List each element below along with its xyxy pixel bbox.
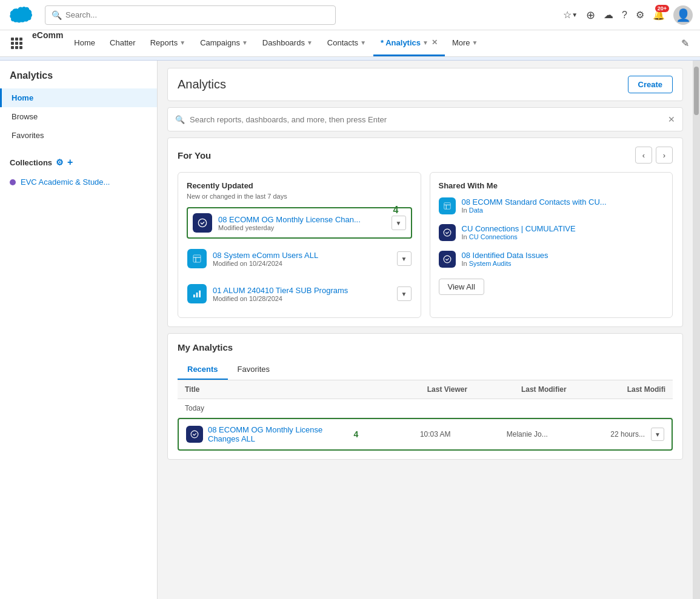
shared-item-name-3[interactable]: 08 Identified Data Issues xyxy=(462,251,548,260)
scroll-thumb[interactable] xyxy=(694,67,699,115)
search-reports-input[interactable] xyxy=(190,115,663,124)
svg-rect-5 xyxy=(196,293,198,297)
sidebar-item-favorites[interactable]: Favorites xyxy=(0,126,157,145)
shared-icon-3 xyxy=(439,251,456,268)
app-launcher-btn[interactable] xyxy=(5,30,28,56)
shared-item-name-1[interactable]: 08 ECOMM Standard Contacts with CU... xyxy=(462,197,607,207)
help-icon: ? xyxy=(622,10,627,21)
nav-item-home[interactable]: Home xyxy=(67,30,102,56)
for-you-title: For You xyxy=(178,150,211,161)
tab-favorites[interactable]: Favorites xyxy=(228,360,279,380)
item-dropdown-2[interactable]: ▼ xyxy=(397,251,412,266)
collection-item-evc[interactable]: EVC Academic & Stude... xyxy=(10,174,147,190)
top-header: 🔍 ☆ ▼ ⊕ ☁ ? ⚙ 🔔 20+ 👤 xyxy=(0,0,700,30)
shared-item-location-link-2[interactable]: CU Connections xyxy=(469,233,518,240)
shared-item-text-2: CU Connections | CUMULATIVE In CU Connec… xyxy=(462,224,576,240)
notifications-icon-btn[interactable]: 🔔 20+ xyxy=(653,9,665,21)
item-dropdown-3[interactable]: ▼ xyxy=(397,286,412,301)
shared-icon-1 xyxy=(439,197,456,214)
star-icon: ☆ xyxy=(563,9,572,21)
for-you-cards: Recently Updated New or changed in the l… xyxy=(178,172,673,318)
item-name-1[interactable]: 08 ECOMM OG Monthly License Chan... xyxy=(218,215,385,224)
collection-dot xyxy=(10,179,16,185)
user-avatar-btn[interactable]: 👤 xyxy=(673,5,693,25)
nav-item-campaigns[interactable]: Campaigns ▼ xyxy=(193,30,255,56)
favorites-icon-btn[interactable]: ☆ ▼ xyxy=(563,9,578,21)
nav-campaigns-label: Campaigns xyxy=(200,38,240,47)
nav-item-reports[interactable]: Reports ▼ xyxy=(143,30,193,56)
chevron-down-icon: ▼ xyxy=(179,39,185,46)
sidebar-item-browse[interactable]: Browse xyxy=(0,107,157,126)
next-arrow-btn[interactable]: › xyxy=(656,147,673,164)
recently-updated-item-3: 01 ALUM 240410 Tier4 SUB Programs Modifi… xyxy=(187,279,412,309)
cloud-icon: ☁ xyxy=(604,9,613,21)
svg-point-0 xyxy=(198,219,206,227)
sidebar-collections-header: Collections ⚙ + xyxy=(10,157,147,168)
col-header-last-viewed: Last Viewer xyxy=(373,385,472,394)
nav-edit-btn[interactable]: ✎ xyxy=(675,30,695,56)
search-bar[interactable]: 🔍 xyxy=(45,5,336,25)
item-dropdown-1[interactable]: ▼ xyxy=(392,216,406,230)
analytics-page-header: Analytics Create xyxy=(167,68,683,101)
collections-add-icon[interactable]: + xyxy=(67,157,73,168)
table-row-1-last-modified: Melanie Jo... xyxy=(462,430,553,438)
shared-item-3: 08 Identified Data Issues In System Audi… xyxy=(439,246,664,273)
svg-point-10 xyxy=(444,229,451,236)
recently-updated-title: Recently Updated xyxy=(187,181,412,190)
table-row-1-dropdown[interactable]: ▼ xyxy=(651,428,664,441)
nav-item-analytics[interactable]: * Analytics ▼ ✕ xyxy=(373,30,445,56)
shared-item-location-3: In System Audits xyxy=(462,260,548,267)
nav-dashboards-label: Dashboards xyxy=(262,38,305,47)
collections-settings-icon[interactable]: ⚙ xyxy=(56,157,64,167)
collections-title: Collections xyxy=(10,158,52,167)
analytics-page-title: Analytics xyxy=(178,78,226,91)
table-row-1-badge: 4 xyxy=(354,429,359,439)
setup-assistant-icon-btn[interactable]: ☁ xyxy=(604,9,613,21)
item-date-1: Modified yesterday xyxy=(218,224,385,231)
shared-item-text-3: 08 Identified Data Issues In System Audi… xyxy=(462,251,548,267)
item-icon-3 xyxy=(187,284,207,303)
nav-analytics-close-btn[interactable]: ✕ xyxy=(432,38,438,47)
settings-icon-btn[interactable]: ⚙ xyxy=(636,9,644,21)
notification-badge: 20+ xyxy=(655,5,669,12)
table-row-1-name[interactable]: 08 ECOMM OG Monthly License Changes ALL xyxy=(208,425,349,443)
chevron-down-icon: ▼ xyxy=(422,39,428,46)
salesforce-logo xyxy=(7,6,33,24)
shared-icon-2 xyxy=(439,224,456,241)
gear-icon: ⚙ xyxy=(636,9,644,21)
svg-rect-7 xyxy=(444,203,450,210)
nav-item-contacts[interactable]: Contacts ▼ xyxy=(320,30,373,56)
item-name-3[interactable]: 01 ALUM 240410 Tier4 SUB Programs xyxy=(213,286,391,295)
create-button[interactable]: Create xyxy=(628,76,673,93)
shared-item-location-link-3[interactable]: System Audits xyxy=(469,260,512,267)
svg-rect-4 xyxy=(193,294,195,297)
recently-updated-item-2: 08 System eComm Users ALL Modified on 10… xyxy=(187,243,412,274)
chevron-down-icon: ▼ xyxy=(472,39,478,46)
collection-item-label: EVC Academic & Stude... xyxy=(21,177,110,187)
nav-item-dashboards[interactable]: Dashboards ▼ xyxy=(255,30,320,56)
shared-item-name-2[interactable]: CU Connections | CUMULATIVE xyxy=(462,224,576,233)
content-area: Analytics Create 🔍 ✕ For You ‹ › Recentl… xyxy=(158,61,693,599)
svg-rect-1 xyxy=(193,255,201,262)
global-search-input[interactable] xyxy=(65,10,329,19)
col-header-title: Title xyxy=(185,385,373,394)
clear-search-icon[interactable]: ✕ xyxy=(668,114,675,124)
nav-item-chatter[interactable]: Chatter xyxy=(102,30,143,56)
search-reports-icon: 🔍 xyxy=(175,115,185,124)
add-icon-btn[interactable]: ⊕ xyxy=(586,8,595,22)
tab-recents[interactable]: Recents xyxy=(178,360,228,380)
help-icon-btn[interactable]: ? xyxy=(622,10,627,21)
sidebar-home-label: Home xyxy=(12,93,33,102)
prev-arrow-btn[interactable]: ‹ xyxy=(635,147,652,164)
nav-item-more[interactable]: More ▼ xyxy=(445,30,485,56)
chevron-down-icon: ▼ xyxy=(242,39,248,46)
item-name-2[interactable]: 08 System eComm Users ALL xyxy=(213,251,391,260)
shared-item-location-2: In CU Connections xyxy=(462,233,576,240)
scroll-bar[interactable] xyxy=(693,61,700,599)
sidebar-favorites-label: Favorites xyxy=(12,131,44,140)
shared-item-location-link-1[interactable]: Data xyxy=(469,207,483,214)
view-all-btn[interactable]: View All xyxy=(439,279,484,295)
sidebar-item-home[interactable]: Home xyxy=(0,88,157,107)
col-header-last-modifi: Last Modifi xyxy=(572,385,665,394)
chevron-down-icon: ▼ xyxy=(360,39,366,46)
